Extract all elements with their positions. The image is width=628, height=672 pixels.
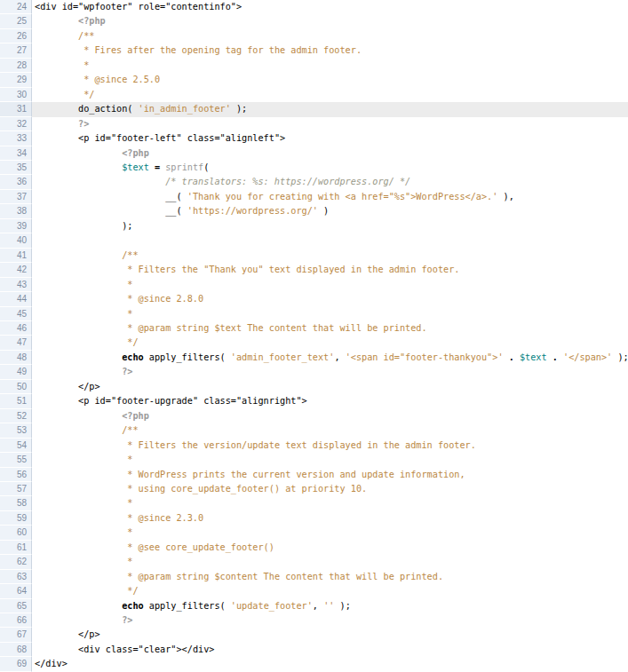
line-number-link[interactable]: 47 bbox=[0, 336, 32, 350]
code-row: 41 /** bbox=[0, 249, 628, 263]
code-line: * @see core_update_footer() bbox=[32, 541, 628, 555]
token-doc: * @param string $content The content tha… bbox=[35, 572, 443, 581]
token-doc: * @since 2.8.0 bbox=[35, 294, 203, 304]
line-number-link[interactable]: 36 bbox=[0, 175, 32, 189]
token-doc: /** bbox=[35, 31, 94, 41]
token-doc: * bbox=[35, 455, 132, 464]
token-doc: */ bbox=[35, 337, 139, 347]
line-number-link[interactable]: 24 bbox=[0, 0, 32, 14]
code-line: * @param string $text The content that w… bbox=[32, 321, 628, 336]
line-number-link[interactable]: 63 bbox=[0, 570, 32, 584]
token-plain: apply_filters( bbox=[144, 352, 231, 362]
code-row: 66 ?> bbox=[0, 613, 628, 628]
code-row: 24<div id="wpfooter" role="contentinfo"> bbox=[0, 0, 628, 14]
token-plain: ); bbox=[612, 352, 628, 362]
code-line: /** bbox=[32, 29, 628, 43]
line-number-link[interactable]: 28 bbox=[0, 59, 32, 73]
token-doc: * bbox=[35, 60, 89, 70]
line-number-link[interactable]: 65 bbox=[0, 599, 32, 613]
token-kw: echo bbox=[122, 352, 144, 362]
token-doc: * @since 2.3.0 bbox=[35, 513, 203, 523]
code-row: 61 * @see core_update_footer() bbox=[0, 541, 628, 555]
code-row: 62 * bbox=[0, 555, 628, 569]
code-row: 29 * @since 2.5.0 bbox=[0, 73, 628, 87]
line-number-link[interactable]: 49 bbox=[0, 365, 32, 379]
line-number-link[interactable]: 57 bbox=[0, 482, 32, 496]
token-pp: ?> bbox=[35, 367, 132, 376]
code-line: </p> bbox=[32, 380, 628, 394]
code-line bbox=[32, 233, 628, 248]
line-number-link[interactable]: 53 bbox=[0, 423, 32, 438]
code-line: <?php bbox=[32, 14, 628, 28]
line-number-link[interactable]: 60 bbox=[0, 526, 32, 540]
code-line: echo apply_filters( 'admin_footer_text',… bbox=[32, 351, 628, 365]
code-row: 25 <?php bbox=[0, 14, 628, 28]
token-plain: do_action( bbox=[35, 104, 139, 114]
line-number-link[interactable]: 35 bbox=[0, 161, 32, 175]
code-row: 38 __( 'https://wordpress.org/' ) bbox=[0, 204, 628, 218]
code-line: * WordPress prints the current version a… bbox=[32, 468, 628, 482]
line-number-link[interactable]: 54 bbox=[0, 439, 32, 453]
line-number-link[interactable]: 44 bbox=[0, 292, 32, 306]
line-number-link[interactable]: 27 bbox=[0, 43, 32, 58]
line-number-link[interactable]: 26 bbox=[0, 29, 32, 43]
line-number-link[interactable]: 56 bbox=[0, 468, 32, 482]
line-number-link[interactable]: 48 bbox=[0, 351, 32, 365]
line-number-link[interactable]: 29 bbox=[0, 73, 32, 87]
code-line: <p id="footer-left" class="alignleft"> bbox=[32, 131, 628, 146]
code-line: * bbox=[32, 59, 628, 73]
line-number-link[interactable]: 46 bbox=[0, 321, 32, 336]
line-number-link[interactable]: 39 bbox=[0, 219, 32, 233]
line-number-link[interactable]: 64 bbox=[0, 584, 32, 598]
line-number-link[interactable]: 32 bbox=[0, 117, 32, 131]
token-plain: ), bbox=[497, 192, 513, 202]
line-number-link[interactable]: 66 bbox=[0, 613, 32, 628]
line-number-link[interactable]: 41 bbox=[0, 249, 32, 263]
line-number-link[interactable]: 31 bbox=[0, 102, 32, 116]
line-number-link[interactable]: 61 bbox=[0, 541, 32, 555]
line-number-link[interactable]: 68 bbox=[0, 643, 32, 657]
line-number-link[interactable]: 55 bbox=[0, 453, 32, 467]
line-number-link[interactable]: 67 bbox=[0, 628, 32, 642]
token-plain: ) bbox=[318, 206, 329, 216]
code-row: 44 * @since 2.8.0 bbox=[0, 292, 628, 306]
code-row: 34 <?php bbox=[0, 146, 628, 161]
code-row: 60 * bbox=[0, 526, 628, 540]
line-number-link[interactable]: 69 bbox=[0, 657, 32, 671]
line-number-link[interactable]: 52 bbox=[0, 409, 32, 423]
line-number-link[interactable]: 37 bbox=[0, 190, 32, 204]
line-number-link[interactable]: 50 bbox=[0, 380, 32, 394]
line-number-link[interactable]: 38 bbox=[0, 204, 32, 218]
token-builtin: sprintf bbox=[165, 162, 203, 172]
code-line: <?php bbox=[32, 409, 628, 423]
token-plain: <p id="footer-upgrade" class="alignright… bbox=[35, 396, 307, 406]
line-number-link[interactable]: 43 bbox=[0, 278, 32, 292]
line-number-link[interactable]: 45 bbox=[0, 307, 32, 321]
code-row: 54 * Filters the version/update text dis… bbox=[0, 439, 628, 453]
line-number-link[interactable]: 58 bbox=[0, 496, 32, 510]
line-number-link[interactable]: 33 bbox=[0, 131, 32, 146]
token-str: 'admin_footer_text' bbox=[231, 352, 335, 362]
line-number-link[interactable]: 59 bbox=[0, 511, 32, 526]
code-row: 48 echo apply_filters( 'admin_footer_tex… bbox=[0, 351, 628, 365]
code-line: */ bbox=[32, 584, 628, 598]
token-pp: <?php bbox=[35, 148, 149, 158]
token-plain: , bbox=[334, 352, 345, 362]
line-number-link[interactable]: 62 bbox=[0, 555, 32, 569]
token-plain: ); bbox=[231, 104, 247, 114]
token-plain: </div> bbox=[35, 659, 68, 668]
code-line: * bbox=[32, 278, 628, 292]
line-number-link[interactable]: 30 bbox=[0, 88, 32, 102]
code-row: 49 ?> bbox=[0, 365, 628, 379]
line-number-link[interactable]: 51 bbox=[0, 394, 32, 408]
token-plain bbox=[35, 601, 122, 611]
token-doc: * Filters the "Thank you" text displayed… bbox=[35, 265, 459, 274]
line-number-link[interactable]: 40 bbox=[0, 233, 32, 248]
line-number-link[interactable]: 34 bbox=[0, 146, 32, 161]
line-number-link[interactable]: 25 bbox=[0, 14, 32, 28]
code-line: * Fires after the opening tag for the ad… bbox=[32, 43, 628, 58]
token-pp: ?> bbox=[35, 615, 132, 625]
code-line: * bbox=[32, 555, 628, 569]
line-number-link[interactable]: 42 bbox=[0, 263, 32, 277]
token-str: 'in_admin_footer' bbox=[139, 104, 231, 114]
